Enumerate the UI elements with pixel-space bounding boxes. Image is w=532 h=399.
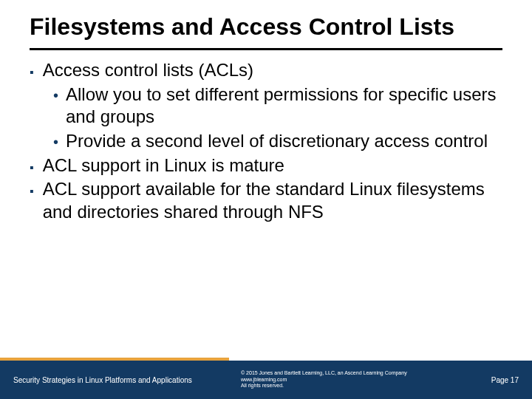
bullet-text: Access control lists (ACLs) bbox=[43, 59, 253, 82]
bullet-text: Provide a second level of discretionary … bbox=[66, 130, 488, 153]
bullet-level2: • Provide a second level of discretionar… bbox=[53, 130, 502, 153]
bullet-text: Allow you to set different permissions f… bbox=[66, 83, 502, 129]
footer-course-title: Security Strategies in Linux Platforms a… bbox=[0, 376, 236, 384]
dot-bullet-icon: • bbox=[53, 86, 58, 129]
slide-body: ▪ Access control lists (ACLs) • Allow yo… bbox=[0, 58, 532, 361]
bullet-level1: ▪ ACL support in Linux is mature bbox=[30, 154, 502, 177]
bullet-level1: ▪ Access control lists (ACLs) bbox=[30, 59, 502, 82]
page-number: Page 17 bbox=[491, 376, 532, 384]
square-bullet-icon: ▪ bbox=[30, 184, 34, 223]
bullet-text: ACL support in Linux is mature bbox=[43, 154, 284, 177]
bullet-level1: ▪ ACL support available for the standard… bbox=[30, 178, 502, 223]
dot-bullet-icon: • bbox=[53, 133, 58, 153]
accent-bar bbox=[0, 358, 229, 361]
slide-title: Filesystems and Access Control Lists bbox=[0, 0, 532, 44]
slide-footer: Security Strategies in Linux Platforms a… bbox=[0, 361, 532, 399]
copyright-line: © 2015 Jones and Bartlett Learning, LLC,… bbox=[241, 370, 491, 376]
square-bullet-icon: ▪ bbox=[30, 65, 34, 82]
title-divider bbox=[30, 48, 502, 50]
bullet-level2: • Allow you to set different permissions… bbox=[53, 83, 502, 129]
site-line: www.jblearning.com bbox=[241, 377, 491, 383]
square-bullet-icon: ▪ bbox=[30, 160, 34, 177]
bullet-text: ACL support available for the standard L… bbox=[43, 178, 502, 223]
footer-copyright: © 2015 Jones and Bartlett Learning, LLC,… bbox=[236, 370, 491, 389]
rights-line: All rights reserved. bbox=[241, 383, 491, 389]
slide: Filesystems and Access Control Lists ▪ A… bbox=[0, 0, 532, 399]
